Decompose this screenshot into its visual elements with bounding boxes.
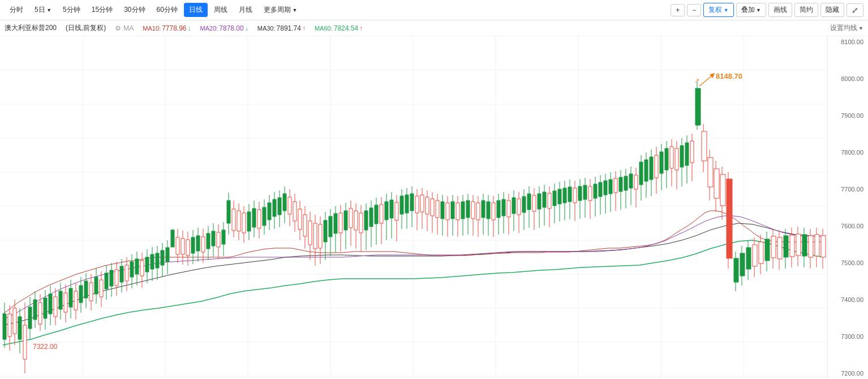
candle-67 [339, 205, 342, 252]
candle-54 [273, 192, 276, 229]
svg-rect-200 [461, 202, 465, 219]
candle-30 [151, 247, 154, 281]
fuquan-button[interactable]: 复权 [703, 3, 733, 17]
candle-101 [512, 190, 515, 231]
svg-rect-166 [375, 205, 378, 224]
svg-rect-44 [64, 293, 67, 312]
huaxian-button[interactable]: 画线 [768, 3, 792, 17]
svg-rect-320 [784, 236, 788, 257]
svg-rect-218 [507, 201, 510, 217]
chart-area[interactable]: 8148.70 ↗ 7322.00 8100.00 8000.00 7900.0… [0, 36, 868, 379]
period-fen[interactable]: 分时 [5, 3, 28, 17]
svg-rect-46 [69, 288, 72, 307]
candle-112 [568, 180, 571, 219]
period-15min[interactable]: 15分钟 [87, 3, 118, 17]
candle-96 [487, 195, 490, 236]
svg-rect-224 [522, 197, 526, 212]
candle-99 [502, 192, 505, 233]
svg-rect-124 [268, 203, 271, 220]
svg-rect-74 [140, 261, 144, 276]
svg-rect-198 [456, 203, 459, 220]
candle-48 [242, 206, 246, 243]
candle-105 [532, 188, 536, 230]
period-daily[interactable]: 日线 [184, 3, 208, 17]
zoom-in-button[interactable]: + [671, 4, 685, 16]
svg-rect-256 [604, 181, 607, 195]
svg-rect-276 [655, 155, 658, 178]
ma-setting[interactable]: ⚙ MA [115, 24, 134, 32]
ma20-label: MA20: [200, 25, 218, 32]
svg-rect-278 [660, 152, 663, 173]
period-more[interactable]: 更多周期 [259, 3, 302, 17]
svg-rect-70 [130, 262, 134, 277]
price-label-7500: 7500.00 [830, 259, 866, 266]
candle-127 [644, 152, 648, 198]
jianyue-button[interactable]: 简约 [794, 3, 818, 17]
candle-150 [777, 230, 782, 270]
candle-142 [727, 172, 732, 269]
svg-rect-326 [802, 235, 807, 256]
svg-rect-126 [273, 199, 276, 216]
candle-106 [538, 186, 541, 228]
candle-32 [161, 243, 164, 277]
set-ma-button[interactable]: 设置均线 [830, 23, 863, 33]
candle-60 [303, 206, 307, 249]
candle-22 [110, 263, 113, 297]
svg-rect-226 [527, 194, 531, 210]
price-label-7800: 7800.00 [830, 149, 866, 156]
svg-rect-168 [380, 205, 383, 223]
svg-rect-176 [400, 196, 403, 214]
candle-63 [319, 216, 322, 264]
candle-139 [708, 150, 713, 201]
candle-151 [784, 229, 788, 269]
candle-140 [714, 161, 719, 212]
period-weekly[interactable]: 周线 [209, 3, 233, 17]
candle-58 [293, 194, 297, 232]
svg-rect-24 [13, 308, 16, 334]
candle-115 [583, 178, 587, 218]
period-60min[interactable]: 60分钟 [152, 3, 183, 17]
candle-136 [690, 134, 694, 181]
svg-rect-266 [629, 174, 633, 188]
candle-78 [395, 195, 398, 241]
svg-rect-288 [685, 143, 689, 165]
svg-rect-250 [588, 186, 592, 201]
svg-rect-282 [670, 147, 673, 168]
candle-21 [105, 266, 108, 300]
yincang-button[interactable]: 隐藏 [820, 3, 844, 17]
chart-title: 澳大利亚标普200 [5, 23, 57, 33]
candle-77 [390, 192, 393, 239]
candle-146 [753, 237, 757, 277]
candle-75 [380, 197, 383, 244]
candle-114 [578, 179, 582, 219]
candle-118 [599, 175, 602, 215]
svg-rect-140 [308, 221, 312, 245]
svg-rect-236 [553, 191, 556, 206]
svg-rect-330 [815, 235, 819, 256]
period-5min[interactable]: 5分钟 [58, 3, 85, 17]
candle-66 [334, 206, 337, 253]
period-5day[interactable]: 5日 [29, 3, 57, 17]
zoom-out-button[interactable]: − [687, 4, 701, 16]
svg-rect-220 [512, 198, 515, 214]
diejia-button[interactable]: 叠加 [736, 3, 766, 17]
period-monthly[interactable]: 月线 [234, 3, 257, 17]
svg-rect-264 [624, 176, 628, 190]
candle-8 [38, 294, 42, 331]
svg-rect-318 [777, 237, 782, 259]
candle-41 [207, 226, 210, 260]
price-label-8000: 8000.00 [830, 75, 866, 82]
candle-137 [695, 82, 701, 130]
svg-rect-268 [634, 175, 638, 189]
ma-label: MA [123, 24, 134, 32]
svg-rect-100 [207, 233, 210, 249]
svg-rect-128 [278, 198, 281, 215]
price-label-7900: 7900.00 [830, 112, 866, 119]
svg-rect-304 [734, 258, 738, 282]
svg-rect-80 [156, 253, 159, 268]
fullscreen-button[interactable]: ⤢ [846, 3, 863, 17]
candle-24 [120, 259, 123, 292]
candle-31 [156, 246, 159, 280]
svg-rect-152 [339, 213, 342, 233]
period-30min[interactable]: 30分钟 [119, 3, 150, 17]
